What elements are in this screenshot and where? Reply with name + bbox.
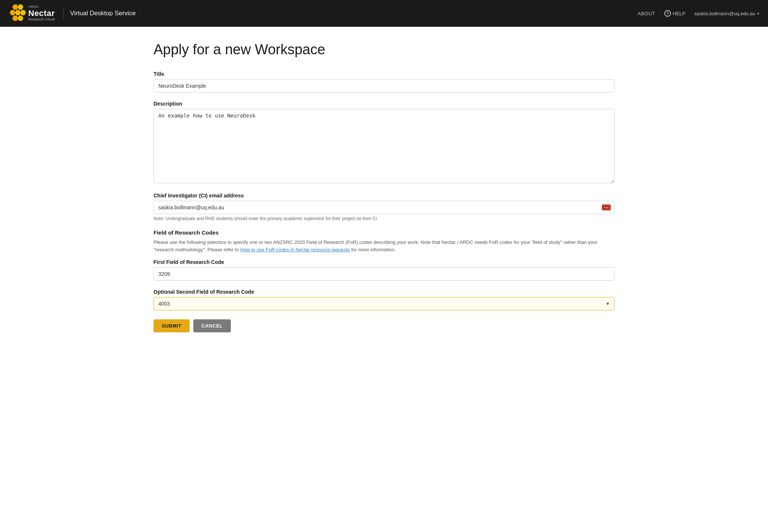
about-link[interactable]: ABOUT xyxy=(638,11,655,16)
page-title: Apply for a new Workspace xyxy=(154,42,614,58)
ci-email-group: Chief Investigator (CI) email address ··… xyxy=(154,193,614,221)
svg-marker-5 xyxy=(12,16,18,21)
button-row: SUBMIT CANCEL xyxy=(154,319,614,332)
svg-marker-1 xyxy=(17,4,23,10)
first-for-input[interactable] xyxy=(154,267,614,281)
svg-marker-6 xyxy=(17,16,23,21)
service-title: Virtual Desktop Service xyxy=(63,8,136,19)
submit-button[interactable]: SUBMIT xyxy=(154,319,190,332)
ci-email-note: Note: Undergraduate and RHD students sho… xyxy=(154,216,614,221)
header-nav: ABOUT ? HELP saskia.bollmann@uq.edu.au ▾ xyxy=(638,10,759,17)
help-link[interactable]: ? HELP xyxy=(664,10,685,17)
user-menu[interactable]: saskia.bollmann@uq.edu.au ▾ xyxy=(694,11,759,16)
help-icon: ? xyxy=(664,10,671,17)
logo: ARDC Nectar Research Cloud xyxy=(9,4,55,23)
logo-text: ARDC Nectar Research Cloud xyxy=(28,5,55,22)
description-label: Description xyxy=(154,101,614,107)
help-label: HELP xyxy=(673,11,685,16)
app-header: ARDC Nectar Research Cloud Virtual Deskt… xyxy=(0,0,768,27)
description-group: Description An example how to use NeuroD… xyxy=(154,101,614,184)
svg-marker-0 xyxy=(12,4,18,10)
user-caret-icon: ▾ xyxy=(757,12,759,16)
user-email: saskia.bollmann@uq.edu.au xyxy=(694,11,755,16)
for-codes-section: Field of Research Codes Please use the f… xyxy=(154,229,614,253)
first-for-group: First Field of Research Code xyxy=(154,259,614,281)
for-link[interactable]: How to use FoR codes in Nectar resource … xyxy=(240,247,350,252)
main-content: Apply for a new Workspace Title Descript… xyxy=(142,27,626,355)
logo-nectar-text: Nectar xyxy=(28,9,55,18)
ci-email-wrapper: ··· xyxy=(154,201,614,214)
second-for-select[interactable]: 4003 3209 4001 4002 3201 xyxy=(154,297,614,310)
header-left: ARDC Nectar Research Cloud Virtual Deskt… xyxy=(9,4,136,23)
cancel-button[interactable]: CANCEL xyxy=(193,319,231,332)
second-for-label: Optional Second Field of Research Code xyxy=(154,289,614,295)
logo-research-cloud-text: Research Cloud xyxy=(28,18,55,22)
svg-marker-3 xyxy=(15,10,21,15)
for-codes-label: Field of Research Codes xyxy=(154,229,614,236)
for-description: Please use the following selectors to sp… xyxy=(154,239,614,253)
ci-email-input[interactable] xyxy=(154,201,614,214)
ci-email-badge: ··· xyxy=(602,204,611,210)
svg-marker-2 xyxy=(10,10,16,15)
first-for-label: First Field of Research Code xyxy=(154,259,614,265)
description-textarea[interactable]: An example how to use NeuroDesk xyxy=(154,109,614,183)
nectar-logo-icon xyxy=(9,4,28,23)
second-for-wrapper: 4003 3209 4001 4002 3201 ▼ xyxy=(154,297,614,310)
ci-email-label: Chief Investigator (CI) email address xyxy=(154,193,614,199)
for-suffix: for more information. xyxy=(351,247,396,252)
title-input[interactable] xyxy=(154,79,614,93)
second-for-group: Optional Second Field of Research Code 4… xyxy=(154,289,614,310)
title-label: Title xyxy=(154,71,614,77)
title-group: Title xyxy=(154,71,614,93)
svg-marker-4 xyxy=(20,10,26,15)
